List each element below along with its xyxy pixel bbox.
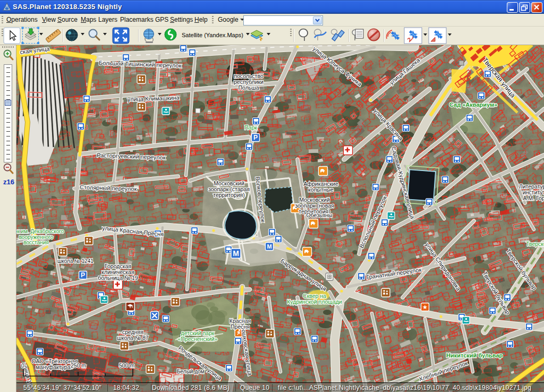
svg-text:больница № 19: больница № 19 bbox=[98, 275, 138, 281]
svg-text:★: ★ bbox=[422, 304, 428, 310]
svg-text:мануфактура»: мануфактура» bbox=[36, 364, 74, 370]
svg-text:P: P bbox=[253, 134, 258, 141]
svg-text:А.М. Гор: А.М. Гор bbox=[523, 195, 544, 201]
svg-text:Тверской: Тверской bbox=[526, 241, 544, 247]
svg-text:Польша: Польша bbox=[238, 84, 259, 91]
svg-text:0: 0 bbox=[21, 362, 24, 369]
svg-text:восстания: восстания bbox=[23, 240, 48, 245]
svg-text:Обезьяны: Обезьяны bbox=[307, 212, 333, 218]
svg-text:250 m: 250 m bbox=[71, 362, 86, 369]
svg-text:школа № 87: школа № 87 bbox=[117, 335, 149, 341]
svg-text:Парк: Парк bbox=[244, 124, 257, 131]
svg-text:Сад «Аквариум»: Сад «Аквариум» bbox=[449, 101, 497, 108]
svg-text:вооруженного: вооруженного bbox=[19, 234, 54, 240]
svg-text:школа № 1241: школа № 1241 bbox=[57, 258, 94, 264]
svg-text:копытные: копытные bbox=[308, 186, 334, 193]
svg-text:Белый дом: Белый дом bbox=[177, 369, 205, 374]
svg-text:Пресня: Пресня bbox=[231, 323, 250, 330]
svg-text:500 m: 500 m bbox=[119, 362, 134, 369]
svg-text:P: P bbox=[81, 271, 85, 279]
svg-text:M: M bbox=[267, 243, 271, 250]
svg-text:«Пресненский»: «Пресненский» bbox=[177, 336, 217, 342]
svg-text:территория): территория) bbox=[213, 192, 245, 198]
svg-text:Никитский бульвар: Никитский бульвар bbox=[446, 352, 503, 359]
svg-text:парк им. Декабрьского: парк им. Декабрьского bbox=[16, 228, 64, 234]
svg-text:M: M bbox=[233, 249, 239, 258]
svg-text:Кудринской площади: Кудринской площади bbox=[287, 299, 342, 305]
